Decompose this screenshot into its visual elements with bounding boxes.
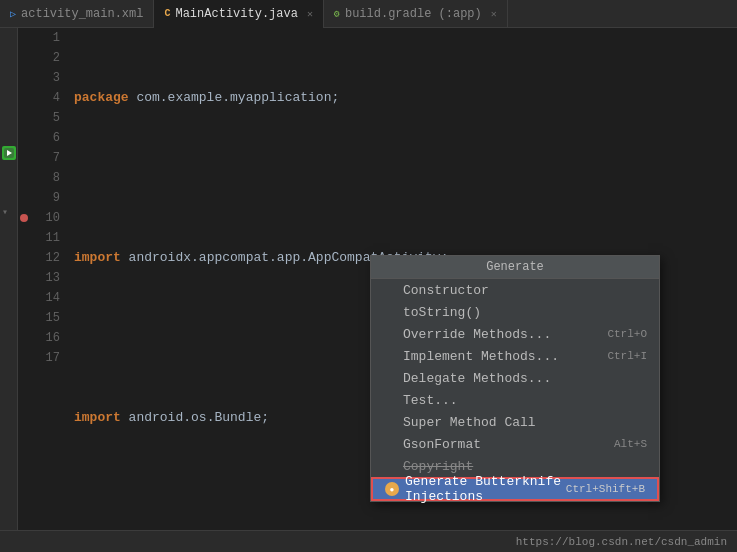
tab-xml[interactable]: ▷ activity_main.xml [0,0,154,28]
line-num-6: 6 [18,128,66,148]
tab-gradle-icon: ⚙ [334,8,340,20]
menu-item-super-label: Super Method Call [403,415,647,430]
menu-item-tostring[interactable]: toString() [371,301,659,323]
line-num-7: 7 [18,148,66,168]
line-numbers: 1 2 3 4 5 6 7 8 9 10 11 12 13 14 15 16 1… [18,28,66,530]
menu-item-delegate[interactable]: Delegate Methods... [371,367,659,389]
line-num-2: 2 [18,48,66,68]
status-bar: https://blog.csdn.net/csdn_admin [0,530,737,552]
tab-xml-label: activity_main.xml [21,7,143,21]
menu-item-test-label: Test... [403,393,647,408]
menu-item-gson[interactable]: GsonFormat Alt+S [371,433,659,455]
menu-item-override[interactable]: Override Methods... Ctrl+O [371,323,659,345]
line-num-11: 11 [18,228,66,248]
tab-java-label: MainActivity.java [175,7,297,21]
line-num-8: 8 [18,168,66,188]
line-num-12: 12 [18,248,66,268]
menu-item-gson-shortcut: Alt+S [614,438,647,450]
menu-item-super[interactable]: Super Method Call [371,411,659,433]
line-num-10: 10 [18,208,66,228]
menu-item-gson-label: GsonFormat [403,437,614,452]
menu-item-tostring-label: toString() [403,305,647,320]
menu-item-constructor[interactable]: Constructor [371,279,659,301]
menu-item-butterknife-label: Generate Butterknife Injections [405,474,566,504]
menu-item-butterknife[interactable]: ● Generate Butterknife Injections Ctrl+S… [371,477,659,501]
menu-item-implement-label: Implement Methods... [403,349,607,364]
tab-xml-icon: ▷ [10,8,16,20]
line-num-1: 1 [18,28,66,48]
line-num-13: 13 [18,268,66,288]
editor-window: ▷ activity_main.xml C MainActivity.java … [0,0,737,552]
context-menu: Generate Constructor toString() Override… [370,255,660,502]
menu-item-test[interactable]: Test... [371,389,659,411]
run-class-icon[interactable] [2,146,16,160]
menu-item-copyright-label: Copyright [403,459,647,474]
tab-java[interactable]: C MainActivity.java ✕ [154,0,323,28]
tab-gradle-label: build.gradle (:app) [345,7,482,21]
menu-item-constructor-label: Constructor [403,283,647,298]
menu-item-delegate-label: Delegate Methods... [403,371,647,386]
code-line-2 [74,168,737,188]
tab-bar: ▷ activity_main.xml C MainActivity.java … [0,0,737,28]
line-num-14: 14 [18,288,66,308]
menu-item-override-shortcut: Ctrl+O [607,328,647,340]
context-menu-header: Generate [371,256,659,279]
line-num-9: 9 [18,188,66,208]
line-num-3: 3 [18,68,66,88]
code-line-1: package com.example.myapplication; [74,88,737,108]
menu-item-override-label: Override Methods... [403,327,607,342]
line-num-4: 4 [18,88,66,108]
menu-item-butterknife-shortcut: Ctrl+Shift+B [566,483,645,495]
menu-item-implement[interactable]: Implement Methods... Ctrl+I [371,345,659,367]
tab-java-close-icon[interactable]: ✕ [307,8,313,20]
line-num-5: 5 [18,108,66,128]
tab-gradle[interactable]: ⚙ build.gradle (:app) ✕ [324,0,508,28]
menu-item-implement-shortcut: Ctrl+I [607,350,647,362]
line-num-16: 16 [18,328,66,348]
side-gutter: ▾ [0,28,18,530]
breakpoint-indicator [20,214,28,222]
line-num-17: 17 [18,348,66,368]
butterknife-plugin-icon: ● [385,482,399,496]
collapse-method-arrow[interactable]: ▾ [2,206,8,218]
tab-java-icon: C [164,8,170,19]
line-num-15: 15 [18,308,66,328]
status-url: https://blog.csdn.net/csdn_admin [516,536,727,548]
tab-gradle-close-icon[interactable]: ✕ [491,8,497,20]
